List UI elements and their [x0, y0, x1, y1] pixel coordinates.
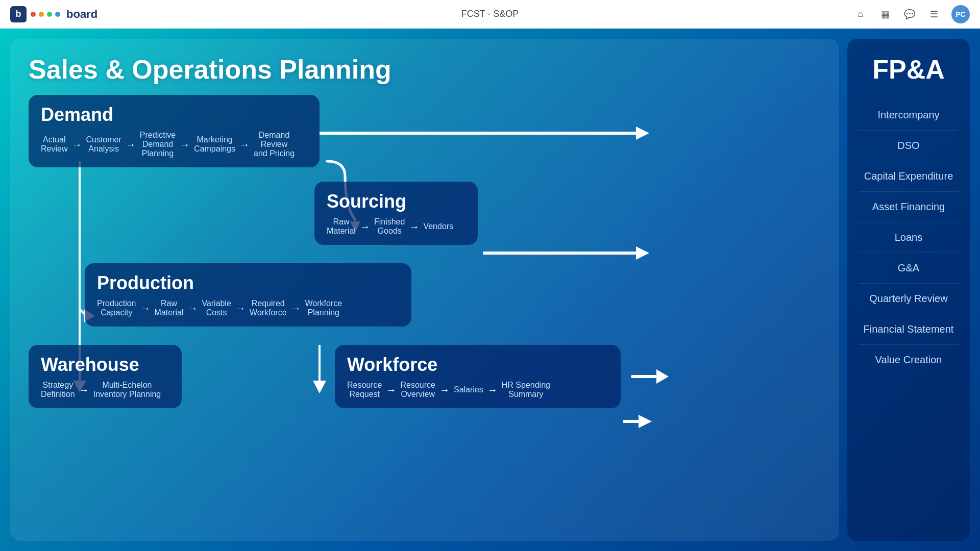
fpa-item-3[interactable]: Asset Financing — [859, 192, 959, 222]
arrow-p2: → — [187, 303, 198, 314]
production-box[interactable]: Production Production Capacity → Raw Mat… — [85, 263, 411, 327]
arrow-wf1: → — [386, 384, 396, 396]
production-title: Production — [97, 272, 399, 294]
main-area: Sales & Operations Planning — [0, 29, 980, 551]
sourcing-row: Sourcing Raw Material → Finished Goods →… — [314, 182, 478, 245]
arrow-w1: → — [79, 384, 89, 396]
workforce-arrow-head — [656, 369, 669, 384]
step-resource-request[interactable]: Resource Request — [347, 381, 382, 399]
logo-area: board — [31, 8, 97, 21]
arrow-p3: → — [235, 303, 246, 314]
menu-icon[interactable]: ☰ — [927, 7, 941, 21]
logo-dot-orange — [39, 12, 44, 17]
demand-row: Demand Actual Review → Customer Analysis… — [29, 95, 320, 167]
step-finished-goods[interactable]: Finished Goods — [374, 217, 405, 236]
production-row: Production Production Capacity → Raw Mat… — [85, 263, 411, 327]
production-steps: Production Capacity → Raw Material → Var… — [97, 299, 399, 317]
step-variable-costs[interactable]: Variable Costs — [202, 299, 231, 317]
step-prod-capacity[interactable]: Production Capacity — [97, 299, 136, 317]
demand-steps: Actual Review → Customer Analysis → Pred… — [41, 131, 307, 158]
svg-line-6 — [80, 309, 85, 314]
step-resource-overview[interactable]: Resource Overview — [400, 381, 435, 399]
step-hr-spending[interactable]: HR Spending Summary — [502, 381, 550, 399]
step-workforce-planning[interactable]: Workforce Planning — [305, 299, 342, 317]
step-vendors[interactable]: Vendors — [423, 222, 453, 231]
fpa-panel: FP&A IntercompanyDSOCapital ExpenditureA… — [847, 39, 970, 541]
arrow-p1: → — [140, 303, 151, 314]
fpa-item-7[interactable]: Financial Statement — [859, 314, 959, 345]
arrow-wf2: → — [439, 384, 450, 396]
sop-panel: Sales & Operations Planning — [10, 39, 839, 541]
arrow-s1: → — [360, 221, 370, 233]
logo-name: board — [66, 8, 97, 21]
demand-title: Demand — [41, 104, 307, 126]
step-demand-review[interactable]: Demand Review and Pricing — [254, 131, 295, 158]
step-predictive-demand[interactable]: Predictive Demand Planning — [140, 131, 176, 158]
fpa-item-5[interactable]: G&A — [859, 253, 959, 284]
sourcing-title: Sourcing — [327, 191, 465, 212]
sop-content: Demand Actual Review → Customer Analysis… — [29, 95, 821, 525]
arrow-s2: → — [409, 221, 419, 233]
step-salaries[interactable]: Salaries — [454, 385, 483, 394]
svg-marker-11 — [639, 415, 652, 428]
topbar: b board FCST - S&OP ⌂ ▦ 💬 ☰ PC — [0, 0, 980, 29]
logo-dot-green — [47, 12, 52, 17]
fpa-item-6[interactable]: Quarterly Review — [859, 284, 959, 314]
fpa-item-2[interactable]: Capital Expenditure — [859, 161, 959, 192]
arrow-p4: → — [291, 303, 301, 314]
logo-dot-red — [31, 12, 36, 17]
arrow-3: → — [180, 139, 190, 151]
step-marketing[interactable]: Marketing Campaings — [194, 135, 235, 154]
logo-b-icon: b — [10, 6, 27, 22]
step-raw-material[interactable]: Raw Material — [327, 217, 356, 236]
warehouse-steps: Strategy Definition → Multi-Echelon Inve… — [41, 381, 169, 399]
page-title: FCST - S&OP — [461, 9, 519, 19]
step-multi-echelon[interactable]: Multi-Echelon Inventory Planning — [93, 381, 161, 399]
step-required-workforce[interactable]: Required Workforce — [250, 299, 287, 317]
workforce-title: Workforce — [347, 354, 608, 375]
arrow-wf3: → — [487, 384, 498, 396]
demand-box[interactable]: Demand Actual Review → Customer Analysis… — [29, 95, 320, 167]
warehouse-box[interactable]: Warehouse Strategy Definition → Multi-Ec… — [29, 345, 182, 408]
step-raw-material-p[interactable]: Raw Material — [155, 299, 184, 317]
sop-title: Sales & Operations Planning — [29, 54, 821, 85]
fpa-item-4[interactable]: Loans — [859, 222, 959, 253]
svg-marker-4 — [636, 246, 649, 260]
warehouse-title: Warehouse — [41, 354, 169, 375]
svg-marker-1 — [636, 127, 649, 140]
fpa-title: FP&A — [872, 54, 945, 85]
avatar[interactable]: PC — [951, 5, 970, 23]
arrow-1: → — [71, 139, 82, 151]
dashboard-icon[interactable]: ▦ — [878, 7, 892, 21]
step-strategy[interactable]: Strategy Definition — [41, 381, 75, 399]
arrow-4: → — [239, 139, 250, 151]
workforce-row: Workforce Resource Request → Resource Ov… — [335, 345, 669, 408]
warehouse-row: Warehouse Strategy Definition → Multi-Ec… — [29, 345, 182, 408]
sourcing-steps: Raw Material → Finished Goods → Vendors — [327, 217, 465, 236]
chat-icon[interactable]: 💬 — [902, 7, 917, 21]
fpa-item-8[interactable]: Value Creation — [859, 345, 959, 375]
fpa-item-1[interactable]: DSO — [859, 131, 959, 161]
step-actual-review[interactable]: Actual Review — [41, 135, 67, 154]
svg-marker-9 — [313, 381, 326, 393]
workforce-box[interactable]: Workforce Resource Request → Resource Ov… — [335, 345, 621, 408]
arrow-2: → — [126, 139, 136, 151]
workforce-arrow-line — [631, 375, 656, 378]
fpa-items: IntercompanyDSOCapital ExpenditureAsset … — [859, 100, 959, 375]
workforce-steps: Resource Request → Resource Overview → S… — [347, 381, 608, 399]
logo-dot-blue — [55, 12, 60, 17]
step-customer-analysis[interactable]: Customer Analysis — [86, 135, 121, 154]
sourcing-box[interactable]: Sourcing Raw Material → Finished Goods →… — [314, 182, 478, 245]
home-icon[interactable]: ⌂ — [853, 7, 868, 21]
fpa-item-0[interactable]: Intercompany — [859, 100, 959, 131]
topbar-icons: ⌂ ▦ 💬 ☰ PC — [853, 5, 970, 23]
workforce-arrow-right — [631, 369, 669, 384]
